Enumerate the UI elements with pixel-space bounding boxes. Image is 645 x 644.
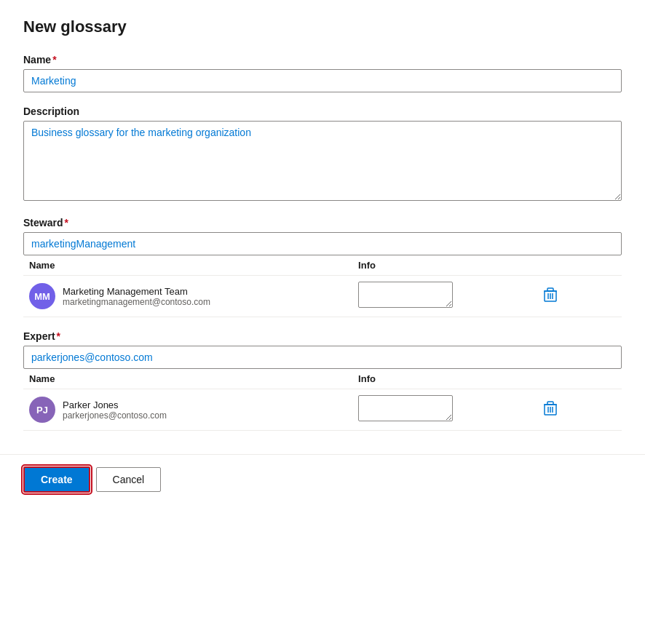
- steward-col-name: Name: [23, 255, 352, 276]
- expert-delete-button[interactable]: [538, 398, 563, 422]
- name-label: Name*: [23, 54, 622, 65]
- expert-required: *: [57, 330, 60, 342]
- expert-label: Expert*: [23, 330, 622, 342]
- name-required: *: [52, 54, 56, 65]
- expert-info-input[interactable]: [358, 395, 453, 421]
- create-button[interactable]: Create: [23, 466, 90, 493]
- steward-table: Name Info MM Marketing Management Team m…: [23, 255, 622, 317]
- footer-bar: Create Cancel: [0, 454, 645, 504]
- steward-person-email: marketingmanagement@contoso.com: [63, 297, 210, 307]
- name-input[interactable]: [23, 69, 622, 92]
- steward-info-cell: [352, 276, 532, 317]
- description-label: Description: [23, 106, 622, 117]
- steward-row: MM Marketing Management Team marketingma…: [23, 276, 622, 317]
- steward-action-cell: [532, 276, 622, 317]
- steward-field-group: Steward* Name Info MM Marketing: [23, 217, 622, 317]
- expert-row: PJ Parker Jones parkerjones@contoso.com: [23, 389, 622, 431]
- name-field-group: Name*: [23, 54, 622, 92]
- trash-icon: [544, 401, 557, 416]
- steward-delete-button[interactable]: [538, 285, 563, 309]
- cancel-button[interactable]: Cancel: [96, 467, 162, 492]
- expert-table: Name Info PJ Parker Jones parkerjones@co…: [23, 369, 622, 431]
- expert-person-email: parkerjones@contoso.com: [63, 410, 167, 421]
- steward-required: *: [64, 217, 68, 228]
- expert-col-info: Info: [352, 369, 532, 389]
- steward-label: Steward*: [23, 217, 622, 228]
- expert-info-cell: [352, 389, 532, 431]
- trash-icon: [544, 287, 557, 302]
- expert-person-name: Parker Jones: [63, 399, 167, 410]
- expert-avatar: PJ: [29, 397, 55, 423]
- steward-input[interactable]: [23, 232, 622, 255]
- new-glossary-panel: New glossary Name* Description Business …: [0, 0, 645, 431]
- expert-action-cell: [532, 389, 622, 431]
- expert-field-group: Expert* Name Info PJ Parker Jon: [23, 330, 622, 431]
- expert-col-name: Name: [23, 369, 352, 389]
- steward-col-info: Info: [352, 255, 532, 276]
- steward-avatar: MM: [29, 283, 55, 309]
- steward-name-cell: MM Marketing Management Team marketingma…: [23, 276, 352, 317]
- description-field-group: Description Business glossary for the ma…: [23, 106, 622, 204]
- description-input[interactable]: Business glossary for the marketing orga…: [23, 121, 622, 201]
- steward-person-name: Marketing Management Team: [63, 286, 210, 297]
- page-title: New glossary: [23, 17, 622, 36]
- steward-info-input[interactable]: [358, 282, 453, 308]
- expert-input[interactable]: [23, 346, 622, 369]
- expert-name-cell: PJ Parker Jones parkerjones@contoso.com: [23, 389, 352, 431]
